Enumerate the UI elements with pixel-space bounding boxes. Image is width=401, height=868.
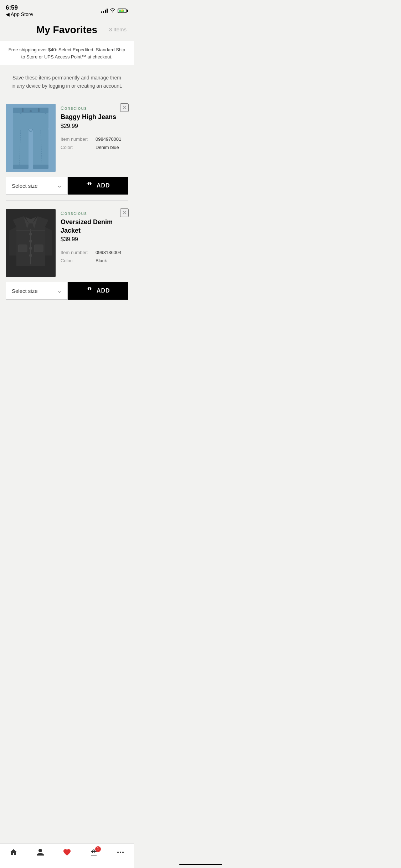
product-main-2: Conscious Oversized Denim Jacket $39.99 …	[0, 203, 134, 277]
svg-rect-11	[33, 165, 48, 169]
product-info-1: Conscious Baggy High Jeans $29.99 Item n…	[61, 104, 128, 172]
svg-point-16	[29, 247, 32, 250]
product-meta-1: Item number: 0984970001 Color: Denim blu…	[61, 135, 128, 152]
color-label-2: Color:	[61, 257, 93, 265]
add-to-cart-button-1[interactable]: ADD	[68, 177, 128, 195]
scrollable-content: Free shipping over $40: Select Expedited…	[0, 41, 134, 341]
save-text: Save these items permanently and manage …	[11, 75, 122, 88]
color-value-1: Denim blue	[96, 143, 119, 151]
bag-icon-1	[86, 181, 93, 191]
product-label-2: Conscious	[61, 211, 128, 216]
page-title: My Favorites	[36, 24, 97, 36]
item-number-label-1: Item number:	[61, 135, 93, 143]
product-main-1: Conscious Baggy High Jeans $29.99 Item n…	[0, 98, 134, 172]
remove-button-1[interactable]: ✕	[120, 103, 129, 112]
divider-1	[6, 200, 128, 201]
status-time: 6:59	[6, 4, 33, 11]
battery-icon: ⚡	[118, 9, 128, 13]
status-left: 6:59 ◀ App Store	[6, 4, 33, 17]
back-button[interactable]: ◀ App Store	[6, 11, 33, 17]
product-info-2: Conscious Oversized Denim Jacket $39.99 …	[61, 209, 128, 277]
back-arrow: ◀	[6, 11, 10, 17]
product-image-1	[6, 104, 56, 172]
signal-icon	[101, 9, 108, 13]
product-actions-2: Select size ⌄ ADD	[6, 282, 128, 300]
back-label: App Store	[11, 11, 33, 17]
add-to-cart-button-2[interactable]: ADD	[68, 282, 128, 300]
color-label-1: Color:	[61, 143, 93, 151]
size-select-1[interactable]: Select size ⌄	[6, 177, 68, 195]
size-select-2[interactable]: Select size ⌄	[6, 282, 68, 300]
svg-rect-4	[33, 129, 48, 168]
chevron-down-icon-1: ⌄	[57, 183, 62, 188]
shipping-text: Free shipping over $40: Select Expedited…	[9, 47, 125, 60]
svg-point-17	[29, 254, 32, 257]
bag-icon-2	[86, 286, 93, 296]
status-bar: 6:59 ◀ App Store ⚡	[0, 0, 134, 19]
remove-button-2[interactable]: ✕	[120, 208, 129, 217]
svg-rect-3	[13, 129, 29, 168]
svg-point-15	[29, 240, 32, 243]
svg-rect-7	[22, 108, 24, 112]
product-price-2: $39.99	[61, 236, 128, 243]
product-name-2: Oversized Denim Jacket	[61, 218, 128, 235]
item-number-value-2: 0993136004	[96, 248, 121, 257]
size-select-text-1: Select size	[12, 183, 38, 189]
add-button-label-2: ADD	[97, 288, 110, 294]
svg-rect-19	[34, 245, 43, 252]
product-label-1: Conscious	[61, 105, 128, 111]
size-select-text-2: Select size	[12, 288, 38, 294]
color-value-2: Black	[96, 257, 107, 265]
items-count: 3 Items	[109, 26, 127, 32]
product-actions-1: Select size ⌄ ADD	[6, 177, 128, 195]
jeans-svg	[6, 104, 56, 172]
svg-rect-18	[18, 245, 27, 252]
product-card-2: Conscious Oversized Denim Jacket $39.99 …	[0, 203, 134, 300]
wifi-icon	[110, 8, 115, 14]
product-meta-2: Item number: 0993136004 Color: Black	[61, 248, 128, 265]
shipping-banner: Free shipping over $40: Select Expedited…	[0, 41, 134, 65]
product-image-2	[6, 209, 56, 277]
svg-point-14	[29, 233, 32, 236]
item-number-row-2: Item number: 0993136004	[61, 248, 128, 257]
header: My Favorites 3 Items	[0, 19, 134, 38]
item-number-label-2: Item number:	[61, 248, 93, 257]
product-name-1: Baggy High Jeans	[61, 113, 128, 121]
status-right: ⚡	[101, 8, 128, 14]
product-card-1: Conscious Baggy High Jeans $29.99 Item n…	[0, 98, 134, 195]
svg-rect-10	[13, 165, 29, 169]
product-price-1: $29.99	[61, 123, 128, 129]
svg-rect-8	[38, 108, 40, 112]
jacket-svg	[6, 209, 56, 277]
color-row-2: Color: Black	[61, 257, 128, 265]
item-number-row-1: Item number: 0984970001	[61, 135, 128, 143]
item-number-value-1: 0984970001	[96, 135, 121, 143]
svg-point-9	[30, 110, 32, 112]
color-row-1: Color: Denim blue	[61, 143, 128, 151]
save-message: Save these items permanently and manage …	[0, 68, 134, 95]
chevron-down-icon-2: ⌄	[57, 288, 62, 294]
add-button-label-1: ADD	[97, 182, 110, 189]
